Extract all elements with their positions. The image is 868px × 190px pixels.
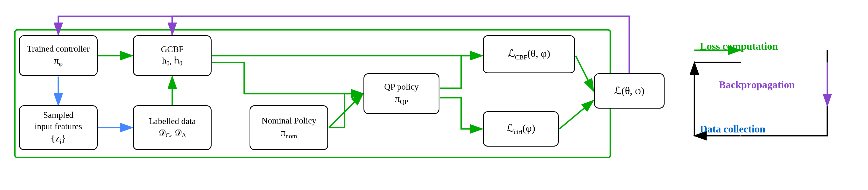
qp-label: QP policy <box>384 81 419 93</box>
loss-total-box: ℒ(θ, φ) <box>594 73 664 108</box>
sampled-input-box: Sampled input features {zi} <box>19 105 98 150</box>
loss-ctrl-box: ℒctrl(φ) <box>483 111 559 147</box>
backpropagation-legend: Backpropagation <box>719 79 795 91</box>
gcbf-box: GCBF hθ, ḣθ <box>133 35 212 76</box>
loss-cbf-box: ℒCBF(θ, φ) <box>483 35 575 73</box>
diagram-container: Trained controller πφ GCBF hθ, ḣθ Sample… <box>0 0 868 190</box>
gcbf-symbol: hθ, ḣθ <box>162 55 183 68</box>
nominal-policy-box: Nominal Policy πnom <box>250 105 328 150</box>
nominal-label: Nominal Policy <box>261 115 316 126</box>
sampled-label1: Sampled <box>43 109 73 121</box>
loss-total-symbol: ℒ(θ, φ) <box>614 84 644 97</box>
labelled-label: Labelled data <box>149 116 195 127</box>
labelled-data-box: Labelled data 𝒟C, 𝒟A <box>133 105 212 150</box>
gcbf-label: GCBF <box>161 44 184 55</box>
loss-computation-legend: Loss computation <box>700 40 778 52</box>
sampled-symbol: {zi} <box>51 132 66 146</box>
loss-cbf-symbol: ℒCBF(θ, φ) <box>508 47 550 62</box>
nominal-symbol: πnom <box>281 126 297 140</box>
sampled-label2: input features <box>34 121 82 132</box>
trained-controller-box: Trained controller πφ <box>19 35 98 76</box>
qp-policy-box: QP policy πQP <box>364 73 439 114</box>
data-collection-legend: Data collection <box>700 123 766 135</box>
loss-ctrl-symbol: ℒctrl(φ) <box>506 122 535 136</box>
trained-controller-label: Trained controller <box>27 43 90 55</box>
qp-symbol: πQP <box>395 92 408 106</box>
labelled-symbol: 𝒟C, 𝒟A <box>158 127 186 140</box>
trained-controller-symbol: πφ <box>54 54 63 68</box>
